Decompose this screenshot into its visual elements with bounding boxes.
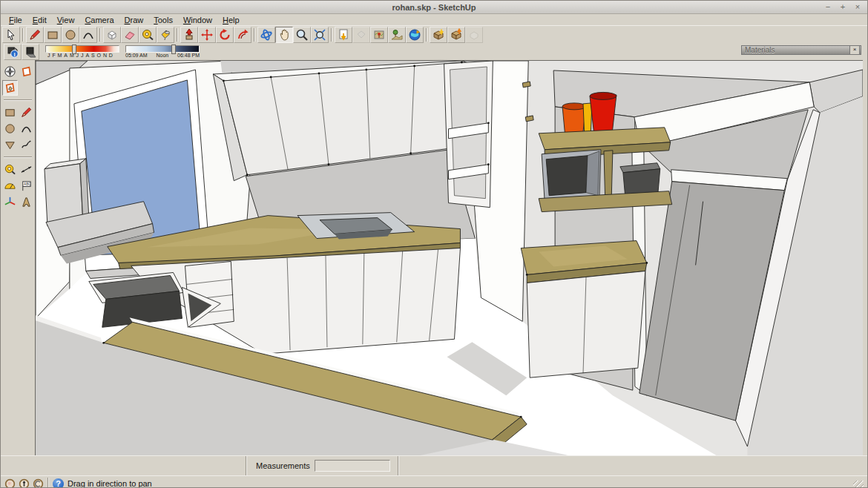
arc-icon (82, 28, 95, 42)
add-location-tool-button[interactable] (370, 27, 388, 43)
section-cut-tool-button[interactable] (2, 80, 18, 96)
share-model-icon (450, 28, 463, 42)
select-tool-button[interactable] (2, 27, 20, 43)
time-start-label: 05:09 AM (125, 53, 148, 59)
rectangle-tool-button[interactable] (2, 105, 18, 120)
compass-tool-button[interactable] (2, 64, 18, 79)
3d-text-icon (20, 196, 33, 208)
protractor-icon (4, 179, 16, 192)
circle-tool-button[interactable] (2, 121, 18, 136)
compass-icon (4, 65, 16, 78)
minimize-button[interactable]: − (823, 2, 833, 13)
get-current-view-tool-button[interactable] (335, 27, 352, 43)
separator (47, 478, 49, 488)
menu-help[interactable]: Help (217, 16, 245, 24)
photo-textures-tool-button (352, 27, 370, 43)
freehand-tool-button[interactable] (19, 137, 34, 153)
materials-panel-header[interactable]: Materials × (741, 45, 861, 55)
circle-icon (64, 28, 77, 42)
menu-tools[interactable]: Tools (148, 16, 178, 24)
tape-measure-tool-button[interactable] (139, 27, 157, 43)
shadow-date-slider[interactable]: JFMAMJJASOND (45, 45, 119, 59)
move-tool-button[interactable] (198, 27, 216, 43)
toggle-terrain-icon (390, 28, 404, 42)
title-bar: rohan.skp - SketchUp −+× (1, 1, 867, 14)
time-slider-labels: 05:09 AM Noon 06:48 PM (125, 53, 200, 59)
shadow-toggle-tool-button[interactable] (22, 44, 39, 60)
separator (398, 456, 399, 475)
measurements-input[interactable] (315, 460, 390, 472)
google-earth-tool-button[interactable] (406, 27, 424, 43)
window-controls: −+× (823, 1, 863, 14)
status-message: Drag in direction to pan (68, 479, 152, 488)
toggle-terrain-tool-button[interactable] (388, 27, 406, 43)
share-component-tool-button (465, 27, 483, 43)
tape-measure-tool-button[interactable] (2, 162, 18, 177)
paint-bucket-icon (159, 28, 172, 42)
arc-tool-button[interactable] (19, 121, 34, 136)
open-shelves (444, 61, 493, 208)
orbit-tool-button[interactable] (257, 27, 275, 43)
materials-panel-title: Materials (742, 46, 849, 54)
paint-bucket-tool-button[interactable] (157, 27, 174, 43)
polygon-tool-button[interactable] (2, 137, 18, 153)
make-component-tool-button[interactable] (103, 27, 121, 43)
shadow-buttons: i (4, 44, 39, 60)
shadow-toolbar: i JFMAMJJASOND 05:09 AM Noon 06:48 PM Ma… (1, 44, 867, 60)
status-icons (4, 478, 44, 488)
geolocation-medallion-icon[interactable] (4, 478, 16, 488)
time-slider-track[interactable] (125, 45, 200, 53)
share-model-tool-button[interactable] (447, 27, 465, 43)
tool-palette: ABC (1, 60, 35, 455)
rectangle-tool-button[interactable] (44, 27, 62, 43)
3d-text-tool-button[interactable] (19, 194, 34, 210)
microwave (542, 150, 601, 202)
line-tool-button[interactable] (26, 27, 44, 43)
zoom-extents-tool-button[interactable] (311, 27, 329, 43)
menu-edit[interactable]: Edit (27, 16, 52, 24)
protractor-tool-button[interactable] (2, 178, 18, 194)
viewport[interactable] (35, 60, 863, 455)
photo-textures-icon (355, 28, 368, 42)
get-models-icon (432, 28, 445, 42)
menu-window[interactable]: Window (178, 16, 217, 24)
menu-draw[interactable]: Draw (119, 16, 149, 24)
circle-tool-button[interactable] (62, 27, 79, 43)
rotate-tool-button[interactable] (216, 27, 234, 43)
zoom-tool-button[interactable] (293, 27, 311, 43)
line-tool-button[interactable] (19, 105, 34, 120)
maximize-button[interactable]: + (838, 2, 848, 13)
close-button[interactable]: × (852, 2, 863, 13)
help-icon[interactable]: ? (53, 478, 64, 488)
menu-file[interactable]: File (4, 16, 27, 24)
axes-tool-button[interactable] (2, 194, 18, 210)
arc-tool-button[interactable] (79, 27, 97, 43)
offset-icon (236, 28, 249, 42)
resize-grip[interactable] (853, 481, 864, 488)
shadow-settings-tool-button[interactable]: i (4, 44, 22, 60)
dimension-tool-button[interactable] (19, 162, 34, 177)
rectangle-icon (4, 106, 16, 119)
move-icon (200, 28, 214, 42)
push-pull-tool-button[interactable] (180, 27, 198, 43)
menu-camera[interactable]: Camera (79, 16, 119, 24)
dimension-icon (20, 163, 33, 176)
svg-text:i: i (13, 51, 15, 58)
get-models-tool-button[interactable] (430, 27, 447, 43)
person-medallion-icon[interactable] (19, 478, 30, 488)
offset-tool-button[interactable] (234, 27, 251, 43)
date-slider-handle[interactable] (72, 44, 76, 54)
eraser-tool-button[interactable] (121, 27, 139, 43)
shadow-time-slider[interactable]: 05:09 AM Noon 06:48 PM (125, 45, 200, 59)
viewport-canvas[interactable] (36, 61, 863, 455)
date-slider-track[interactable] (45, 45, 119, 53)
menu-view[interactable]: View (52, 16, 80, 24)
text-tool-button[interactable]: ABC (19, 178, 34, 194)
pan-tool-button[interactable] (275, 27, 293, 43)
tape-measure-icon (141, 28, 154, 42)
materials-close-button[interactable]: × (849, 45, 860, 55)
time-slider-handle[interactable] (171, 44, 176, 54)
section-plane-tool-button[interactable] (19, 64, 34, 79)
make-component-icon (105, 28, 119, 42)
credits-medallion-icon[interactable] (33, 478, 44, 488)
